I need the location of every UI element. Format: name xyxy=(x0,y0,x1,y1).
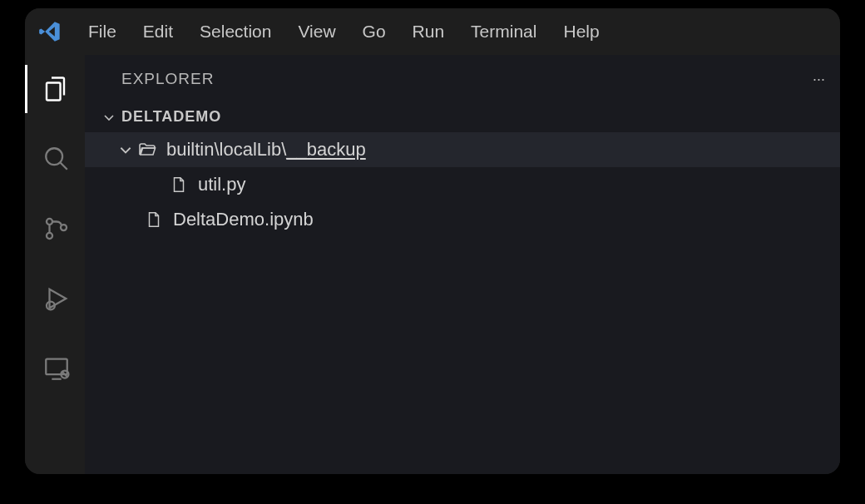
more-icon[interactable]: ··· xyxy=(813,71,825,88)
svg-point-0 xyxy=(46,148,62,165)
source-control-icon[interactable] xyxy=(41,213,72,245)
menu-selection[interactable]: Selection xyxy=(186,18,284,45)
svg-line-1 xyxy=(60,162,67,170)
run-debug-icon[interactable] xyxy=(41,283,72,314)
menu-help[interactable]: Help xyxy=(550,18,612,45)
main-body: EXPLORER ··· DELTADEMO xyxy=(25,55,840,474)
menu-terminal[interactable]: Terminal xyxy=(457,18,550,45)
workspace-name: DELTADEMO xyxy=(121,108,221,126)
folder-row[interactable]: builtin\localLib\__backup xyxy=(85,132,840,167)
vscode-logo-icon xyxy=(37,18,63,45)
menu-run[interactable]: Run xyxy=(399,18,458,45)
explorer-panel: EXPLORER ··· DELTADEMO xyxy=(85,55,840,474)
menu-go[interactable]: Go xyxy=(349,18,399,45)
chevron-down-icon xyxy=(101,110,116,125)
folder-path: builtin\localLib\__backup xyxy=(166,139,366,161)
menu-view[interactable]: View xyxy=(284,18,348,45)
search-icon[interactable] xyxy=(41,143,72,175)
chevron-down-icon xyxy=(118,142,133,157)
svg-point-3 xyxy=(46,233,52,239)
menu-file[interactable]: File xyxy=(75,18,130,45)
svg-rect-6 xyxy=(46,359,67,374)
file-name: util.py xyxy=(198,174,245,195)
explorer-icon[interactable] xyxy=(41,73,72,105)
activity-bar xyxy=(25,55,85,474)
folder-open-icon xyxy=(136,139,158,161)
remote-icon[interactable] xyxy=(41,353,72,384)
explorer-title: EXPLORER xyxy=(121,70,214,88)
menu-edit[interactable]: Edit xyxy=(130,18,186,45)
svg-point-4 xyxy=(60,225,66,230)
explorer-header: EXPLORER ··· xyxy=(85,55,840,103)
file-row[interactable]: util.py xyxy=(85,167,840,202)
file-row[interactable]: DeltaDemo.ipynb xyxy=(85,202,840,237)
file-icon xyxy=(168,174,190,195)
file-icon xyxy=(143,209,165,230)
titlebar: File Edit Selection View Go Run Terminal… xyxy=(25,8,840,55)
vscode-window: File Edit Selection View Go Run Terminal… xyxy=(25,8,840,474)
workspace-header[interactable]: DELTADEMO xyxy=(85,103,840,131)
file-name: DeltaDemo.ipynb xyxy=(173,209,314,230)
svg-point-2 xyxy=(46,219,52,225)
file-tree: builtin\localLib\__backup util.py xyxy=(85,131,840,237)
